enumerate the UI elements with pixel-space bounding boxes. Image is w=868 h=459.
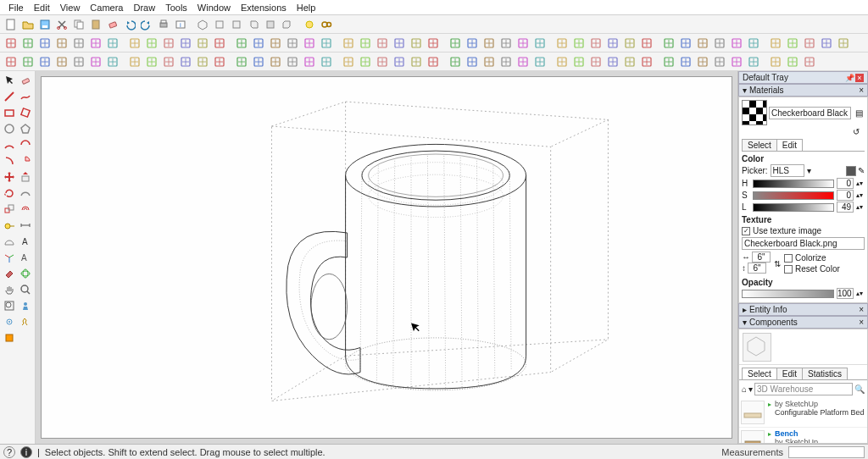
r2-tool-25[interactable] <box>448 36 463 51</box>
rotate-icon[interactable] <box>2 185 17 201</box>
walk-icon[interactable] <box>18 314 33 329</box>
r3-tool-34[interactable] <box>605 54 620 69</box>
r2-tool-20[interactable] <box>358 36 373 51</box>
pin-icon[interactable]: 📌 <box>845 74 854 82</box>
h-value[interactable]: 0 <box>837 178 854 189</box>
picker-select[interactable]: HLS <box>771 164 804 177</box>
axes-icon[interactable] <box>2 250 17 265</box>
r3-tool-29[interactable] <box>515 54 531 69</box>
download-icon[interactable]: ▸ <box>768 401 771 408</box>
r2-tool-45[interactable] <box>802 36 817 51</box>
r2-tool-12[interactable] <box>212 36 227 51</box>
texture-height[interactable]: 6" <box>748 263 766 274</box>
3dtext-icon[interactable]: A <box>18 250 33 265</box>
tab-edit[interactable]: Edit <box>776 139 803 151</box>
r2-tool-39[interactable] <box>695 36 710 51</box>
r3-tool-23[interactable] <box>409 54 424 69</box>
paint-icon[interactable] <box>2 266 17 281</box>
redo-icon[interactable] <box>139 17 154 32</box>
r2-tool-22[interactable] <box>392 36 407 51</box>
r2-tool-17[interactable] <box>302 36 317 51</box>
nav-home-icon[interactable]: ⌂ <box>742 384 747 394</box>
r2-tool-47[interactable] <box>836 36 851 51</box>
l-slider[interactable] <box>753 203 834 212</box>
r2-tool-35[interactable] <box>622 36 637 51</box>
texture-file-input[interactable]: Checkerboard Black.png <box>742 237 865 250</box>
r3-tool-33[interactable] <box>588 54 604 69</box>
panel-close-icon[interactable]: × <box>859 86 864 95</box>
tab-select[interactable]: Select <box>742 139 777 151</box>
materials-header[interactable]: ▾ Materials × <box>738 84 868 97</box>
entity-info-header[interactable]: ▸ Entity Info × <box>738 303 868 316</box>
light-icon[interactable] <box>302 17 317 32</box>
r3-tool-2[interactable] <box>37 54 53 69</box>
r3-tool-36[interactable] <box>639 54 654 69</box>
iso-icon[interactable] <box>195 17 210 32</box>
r2-tool-10[interactable] <box>178 36 193 51</box>
download-icon[interactable]: ▸ <box>768 430 771 438</box>
list-item[interactable]: ▸ Benchby SketchUpThis wooden bench can … <box>739 428 867 443</box>
right-icon[interactable] <box>246 17 261 32</box>
arc2-icon[interactable] <box>18 137 33 152</box>
r3-tool-32[interactable] <box>571 54 587 69</box>
zoom-icon[interactable] <box>18 282 33 297</box>
r2-tool-8[interactable] <box>144 36 159 51</box>
orbit-icon[interactable] <box>18 266 33 281</box>
info-icon[interactable]: i <box>20 446 32 458</box>
r3-tool-24[interactable] <box>426 54 441 69</box>
material-name-input[interactable]: Checkerboard Black <box>769 107 851 119</box>
gears-icon[interactable] <box>319 17 334 32</box>
collapse-icon[interactable]: ▾ <box>743 318 747 327</box>
r3-tool-35[interactable] <box>622 54 637 69</box>
zoom-extents-icon[interactable] <box>2 298 17 313</box>
l-value[interactable]: 49 <box>837 202 854 213</box>
undo-icon[interactable] <box>122 17 137 32</box>
rectangle-icon[interactable] <box>2 105 17 120</box>
r3-tool-25[interactable] <box>448 54 463 69</box>
r3-tool-42[interactable] <box>746 54 761 69</box>
r3-tool-1[interactable] <box>20 54 36 69</box>
r2-tool-29[interactable] <box>515 36 531 51</box>
r3-tool-41[interactable] <box>729 54 744 69</box>
arc-icon[interactable] <box>2 137 17 152</box>
s-slider[interactable] <box>753 191 834 200</box>
followme-icon[interactable] <box>18 185 33 201</box>
r3-tool-45[interactable] <box>802 54 817 69</box>
r3-tool-27[interactable] <box>481 54 497 69</box>
left-icon[interactable] <box>280 17 295 32</box>
menu-help[interactable]: Help <box>292 3 321 13</box>
move-icon[interactable] <box>2 169 17 185</box>
r3-tool-39[interactable] <box>695 54 710 69</box>
r3-tool-31[interactable] <box>554 54 570 69</box>
opacity-spinner[interactable]: ▴▾ <box>856 291 865 296</box>
s-spinner[interactable]: ▴▾ <box>856 193 865 197</box>
model-canvas[interactable] <box>41 76 732 439</box>
offset-icon[interactable] <box>18 202 33 217</box>
line-icon[interactable] <box>2 89 17 104</box>
menu-window[interactable]: Window <box>192 3 236 13</box>
panel-close-icon[interactable]: × <box>859 305 864 314</box>
r3-tool-38[interactable] <box>678 54 693 69</box>
menu-tools[interactable]: Tools <box>160 3 192 13</box>
r2-tool-11[interactable] <box>195 36 210 51</box>
r3-tool-22[interactable] <box>392 54 407 69</box>
opacity-value[interactable]: 100 <box>837 288 854 299</box>
r2-tool-40[interactable] <box>712 36 727 51</box>
collapse-icon[interactable]: ▾ <box>743 86 747 95</box>
lookaround-icon[interactable] <box>2 314 17 329</box>
h-spinner[interactable]: ▴▾ <box>856 181 865 185</box>
r3-tool-17[interactable] <box>302 54 317 69</box>
pan-icon[interactable] <box>2 282 17 297</box>
r2-tool-19[interactable] <box>341 36 356 51</box>
r2-tool-42[interactable] <box>746 36 761 51</box>
r2-tool-0[interactable] <box>3 36 19 51</box>
r2-tool-1[interactable] <box>20 36 36 51</box>
comp-tab-edit[interactable]: Edit <box>776 368 803 379</box>
r2-tool-38[interactable] <box>678 36 693 51</box>
r2-tool-44[interactable] <box>785 36 800 51</box>
viewport[interactable] <box>36 71 737 444</box>
comp-tab-select[interactable]: Select <box>742 368 777 379</box>
pie-icon[interactable] <box>18 153 33 169</box>
r2-tool-5[interactable] <box>88 36 103 51</box>
r2-tool-41[interactable] <box>729 36 744 51</box>
